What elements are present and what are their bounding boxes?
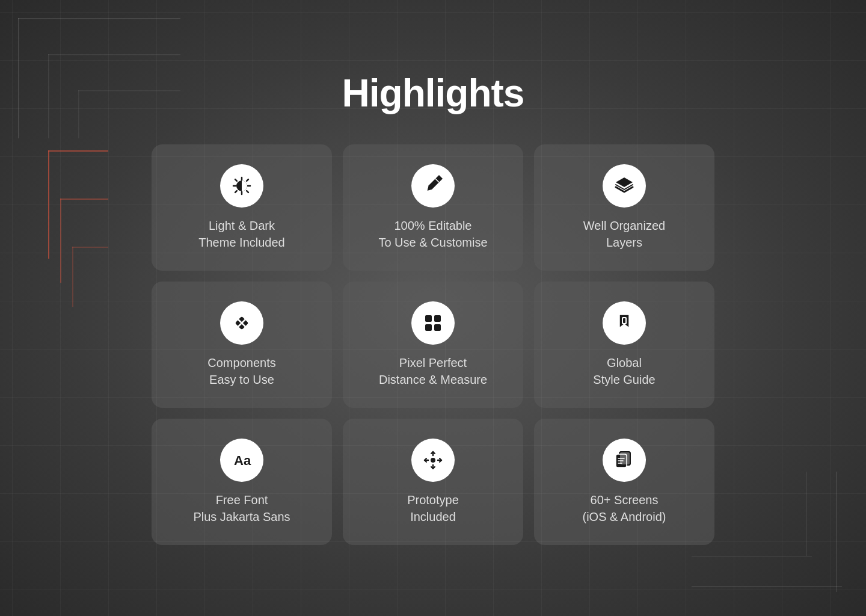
svg-rect-11: [78, 90, 79, 138]
card-light-dark-text: Light & Dark Theme Included: [198, 217, 284, 251]
font-icon-circle: Aa: [220, 439, 263, 482]
components-icon: [231, 312, 253, 334]
prototype-icon-circle: [411, 439, 455, 482]
card-screens-text: 60+ Screens (iOS & Android): [583, 491, 666, 525]
layers-icon-circle: [603, 164, 646, 208]
decoration-top-left: [18, 18, 198, 150]
svg-text:Aa: Aa: [234, 453, 251, 468]
theme-icon: [231, 175, 253, 197]
svg-rect-14: [692, 556, 812, 557]
card-free-font: Aa Free Font Plus Jakarta Sans: [152, 419, 332, 545]
pencil-icon: [422, 175, 444, 197]
card-layers: Well Organized Layers: [534, 144, 714, 271]
card-free-font-text: Free Font Plus Jakarta Sans: [193, 491, 290, 525]
pencil-icon-circle: [411, 164, 455, 208]
card-components: Components Easy to Use: [152, 282, 332, 408]
card-pixel-perfect-text: Pixel Perfect Distance & Measure: [379, 354, 487, 388]
card-prototype: Prototype Included: [343, 419, 523, 545]
svg-rect-12: [692, 586, 842, 587]
svg-point-27: [431, 458, 435, 463]
card-layers-text: Well Organized Layers: [583, 217, 665, 251]
svg-rect-4: [72, 247, 108, 248]
measure-icon: [422, 312, 444, 334]
svg-rect-15: [806, 472, 807, 556]
svg-rect-6: [18, 18, 180, 19]
card-components-text: Components Easy to Use: [207, 354, 275, 388]
svg-rect-9: [48, 54, 49, 138]
svg-rect-25: [623, 318, 625, 323]
card-light-dark-theme: Light & Dark Theme Included: [152, 144, 332, 271]
highlights-grid: Light & Dark Theme Included 100% Editabl…: [152, 144, 714, 545]
svg-rect-21: [434, 315, 441, 322]
style-icon: [613, 312, 635, 334]
svg-rect-22: [425, 324, 432, 331]
page-title: Highlights: [342, 71, 524, 116]
svg-rect-2: [60, 199, 108, 200]
card-prototype-text: Prototype Included: [407, 491, 459, 525]
svg-rect-0: [48, 150, 108, 152]
card-style-guide: Global Style Guide: [534, 282, 714, 408]
svg-rect-8: [48, 54, 180, 55]
screens-icon-circle: [603, 439, 646, 482]
measure-icon-circle: [411, 301, 455, 345]
prototype-icon: [422, 449, 444, 471]
layers-icon: [613, 175, 635, 197]
card-editable-text: 100% Editable To Use & Customise: [378, 217, 487, 251]
svg-rect-5: [72, 247, 73, 307]
card-style-guide-text: Global Style Guide: [593, 354, 655, 388]
svg-rect-3: [60, 199, 61, 283]
svg-rect-7: [18, 18, 19, 138]
theme-icon-circle: [220, 164, 263, 208]
screens-icon: [613, 449, 635, 471]
card-screens: 60+ Screens (iOS & Android): [534, 419, 714, 545]
card-pixel-perfect: Pixel Perfect Distance & Measure: [343, 282, 523, 408]
style-icon-circle: [603, 301, 646, 345]
card-editable: 100% Editable To Use & Customise: [343, 144, 523, 271]
font-icon: Aa: [231, 449, 253, 471]
svg-rect-20: [425, 315, 432, 322]
svg-rect-23: [434, 324, 441, 331]
svg-rect-13: [836, 472, 837, 592]
components-icon-circle: [220, 301, 263, 345]
svg-rect-1: [48, 150, 49, 259]
accent-lines-left: [48, 150, 120, 331]
svg-rect-10: [78, 90, 180, 91]
decoration-bottom-right: [692, 472, 842, 592]
